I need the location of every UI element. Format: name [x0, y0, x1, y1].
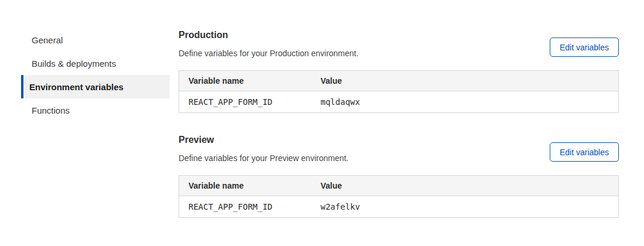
preview-section: Preview Define variables for your Previe… — [179, 134, 619, 218]
variable-value-cell: mqldaqwx — [311, 91, 619, 113]
sidebar-item-general[interactable]: General — [21, 28, 170, 52]
production-edit-variables-button[interactable]: Edit variables — [550, 37, 619, 57]
settings-sidebar: General Builds & deployments Environment… — [21, 28, 170, 122]
sidebar-item-environment-variables[interactable]: Environment variables — [21, 75, 170, 98]
preview-variables-table: Variable name Value REACT_APP_FORM_ID w2… — [179, 175, 619, 218]
sidebar-item-functions[interactable]: Functions — [21, 98, 170, 122]
environment-variables-panel: Production Define variables for your Pro… — [179, 29, 619, 218]
variable-value-cell: w2afelkv — [311, 196, 619, 218]
table-header-row: Variable name Value — [179, 71, 619, 91]
column-header-value: Value — [311, 176, 619, 196]
sidebar-item-builds-deployments[interactable]: Builds & deployments — [21, 52, 170, 75]
production-section: Production Define variables for your Pro… — [179, 29, 619, 113]
variable-name-cell: REACT_APP_FORM_ID — [179, 196, 311, 218]
variable-name-cell: REACT_APP_FORM_ID — [179, 91, 311, 113]
production-variables-table: Variable name Value REACT_APP_FORM_ID mq… — [179, 70, 619, 113]
column-header-variable-name: Variable name — [179, 71, 311, 91]
table-header-row: Variable name Value — [179, 176, 619, 196]
table-row: REACT_APP_FORM_ID mqldaqwx — [179, 91, 619, 113]
column-header-value: Value — [311, 71, 619, 91]
table-row: REACT_APP_FORM_ID w2afelkv — [179, 196, 619, 218]
preview-edit-variables-button[interactable]: Edit variables — [550, 142, 619, 162]
column-header-variable-name: Variable name — [179, 176, 311, 196]
